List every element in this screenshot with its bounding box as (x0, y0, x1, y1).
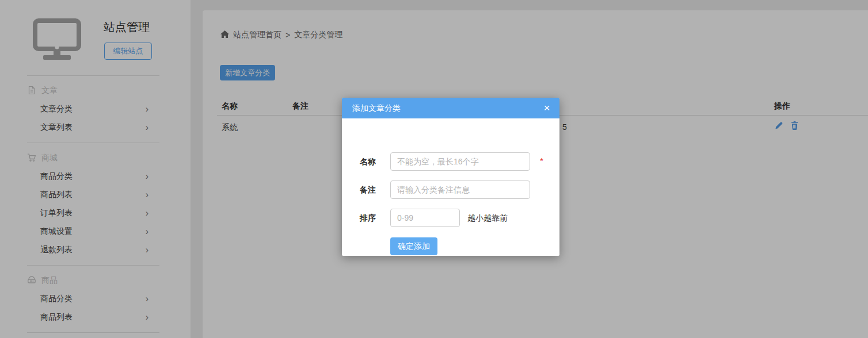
confirm-add-button[interactable]: 确定添加 (390, 237, 437, 255)
note-field-label: 备注 (360, 180, 387, 199)
required-asterisk: * (540, 156, 543, 166)
add-category-modal: 添加文章分类 × 名称 * 备注 排序 越小越靠前 确定添加 (342, 98, 559, 256)
note-input[interactable] (390, 180, 530, 199)
sort-hint: 越小越靠前 (467, 209, 508, 227)
modal-title: 添加文章分类 (352, 103, 401, 113)
sort-field-label: 排序 (360, 209, 387, 227)
sort-input[interactable] (390, 209, 460, 227)
close-icon[interactable]: × (534, 98, 559, 118)
modal-body: 名称 * 备注 排序 越小越靠前 确定添加 (342, 118, 559, 256)
name-input[interactable] (390, 152, 530, 171)
name-field-label: 名称 (360, 152, 387, 171)
modal-header: 添加文章分类 × (342, 98, 559, 118)
